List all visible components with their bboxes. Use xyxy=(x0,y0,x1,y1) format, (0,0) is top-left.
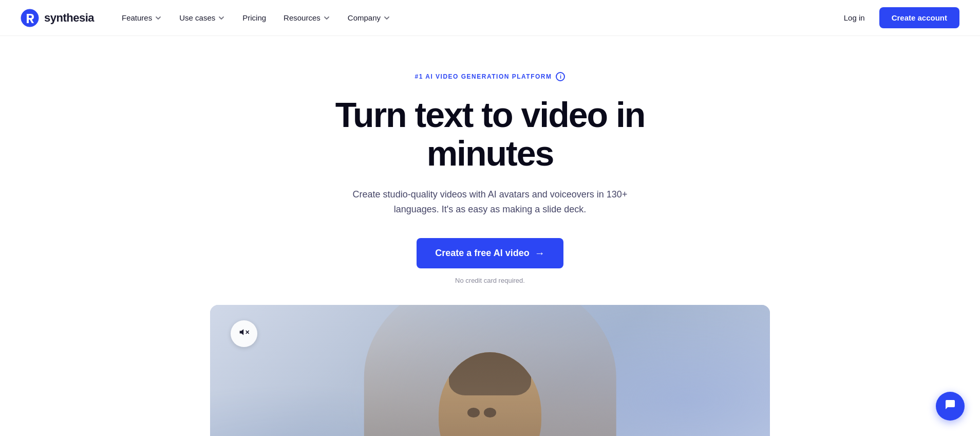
nav-label-pricing: Pricing xyxy=(242,13,266,22)
hero-section: #1 AI VIDEO GENERATION PLATFORM i Turn t… xyxy=(0,36,980,436)
chevron-down-icon-features xyxy=(155,14,162,22)
nav-label-resources: Resources xyxy=(284,13,321,22)
navbar-left: synthesia Features Use cases Pricing Res… xyxy=(21,9,398,27)
badge-row: #1 AI VIDEO GENERATION PLATFORM i xyxy=(415,72,566,81)
hero-subtitle: Create studio-quality videos with AI ava… xyxy=(336,187,644,217)
arrow-right-icon: → xyxy=(535,247,545,259)
info-icon[interactable]: i xyxy=(556,72,565,81)
logo[interactable]: synthesia xyxy=(21,9,94,27)
nav-item-features[interactable]: Features xyxy=(115,9,169,26)
mute-button[interactable] xyxy=(231,320,257,347)
cta-button[interactable]: Create a free AI video → xyxy=(417,238,563,268)
no-credit-text: No credit card required. xyxy=(455,277,525,284)
nav-item-pricing[interactable]: Pricing xyxy=(235,9,273,26)
nav-item-use-cases[interactable]: Use cases xyxy=(172,9,232,26)
navbar-right: Log in Create account xyxy=(838,7,959,28)
cta-button-label: Create a free AI video xyxy=(435,248,529,259)
nav-label-company: Company xyxy=(348,13,381,22)
nav-links: Features Use cases Pricing Resources xyxy=(115,9,398,26)
chat-icon xyxy=(944,398,956,414)
nav-item-company[interactable]: Company xyxy=(341,9,398,26)
nav-item-resources[interactable]: Resources xyxy=(276,9,337,26)
logo-text: synthesia xyxy=(44,11,94,25)
badge-text: #1 AI VIDEO GENERATION PLATFORM xyxy=(415,73,552,80)
chat-widget[interactable] xyxy=(936,392,965,421)
video-container xyxy=(210,305,770,436)
login-link[interactable]: Log in xyxy=(838,9,871,26)
video-background xyxy=(210,305,770,436)
volume-off-icon xyxy=(239,327,249,340)
avatar-silhouette xyxy=(364,305,616,436)
nav-label-use-cases: Use cases xyxy=(179,13,215,22)
nav-label-features: Features xyxy=(122,13,152,22)
chevron-down-icon-company xyxy=(383,14,390,22)
chevron-down-icon-use-cases xyxy=(218,14,225,22)
navbar: synthesia Features Use cases Pricing Res… xyxy=(0,0,980,36)
logo-icon xyxy=(21,9,39,27)
create-account-button[interactable]: Create account xyxy=(879,7,959,28)
hero-title: Turn text to video in minutes xyxy=(279,96,701,173)
chevron-down-icon-resources xyxy=(323,14,330,22)
